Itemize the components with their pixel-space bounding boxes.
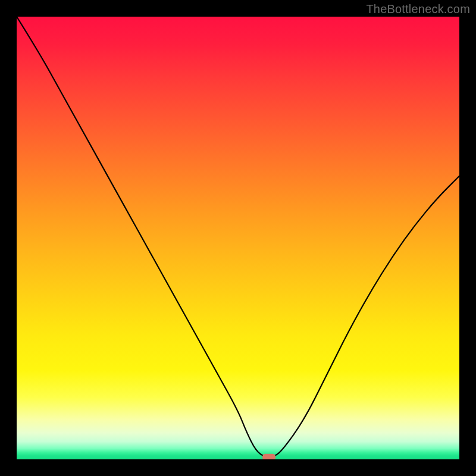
plot-area (17, 17, 459, 459)
curve-svg (17, 17, 459, 459)
watermark-text: TheBottleneck.com (366, 2, 470, 16)
bottleneck-curve (17, 17, 459, 457)
min-marker (262, 454, 275, 459)
chart-frame: TheBottleneck.com (0, 0, 476, 476)
